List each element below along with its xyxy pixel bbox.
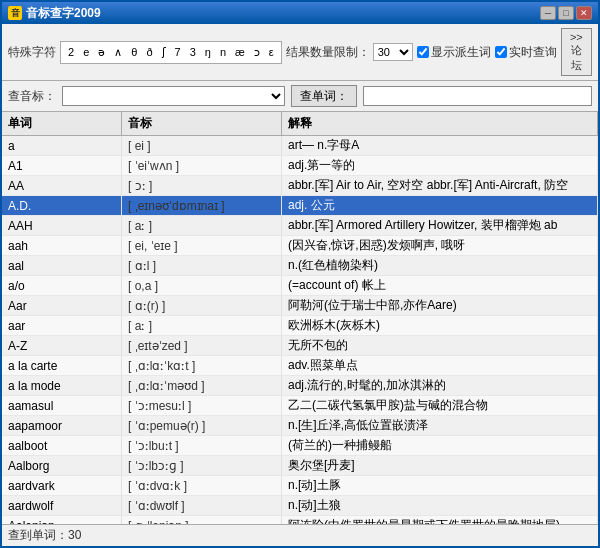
table-row[interactable]: Aalborg[ ˈɔːlbɔːɡ ]奥尔堡[丹麦]	[2, 456, 598, 476]
status-bar: 查到单词：30	[2, 524, 598, 546]
phonetic-cell: [ ˈɔːlbuːt ]	[122, 436, 282, 455]
table-row[interactable]: aah[ ei, ˈeɪe ](因兴奋,惊讶,困惑)发烦啊声, 哦呀	[2, 236, 598, 256]
definition-cell: 欧洲栎木(灰栎木)	[282, 316, 598, 335]
table-row[interactable]: Aalenian[ ɑːˈleniən ]阿连阶(中侏罗世的最早期或下侏罗世的最…	[2, 516, 598, 524]
word-cell: AA	[2, 176, 122, 195]
lookup-phonetic-select[interactable]	[62, 86, 285, 106]
phonetic-char-eth[interactable]: ð	[142, 44, 156, 60]
phonetic-cell: [ ɑː(r) ]	[122, 296, 282, 315]
forum-button[interactable]: >>论坛	[561, 28, 592, 76]
phonetic-cell: [ ɑːl ]	[122, 256, 282, 275]
realtime-search-section: 实时查询	[495, 44, 557, 61]
phonetic-char-ae[interactable]: æ	[231, 44, 249, 60]
table-row[interactable]: AA[ ɔː ]abbr.[军] Air to Air, 空对空 abbr.[军…	[2, 176, 598, 196]
phonetic-cell: [ ɑːˈleniən ]	[122, 516, 282, 524]
result-limit-select[interactable]: 30 50 100	[373, 43, 413, 61]
definition-cell: (因兴奋,惊讶,困惑)发烦啊声, 哦呀	[282, 236, 598, 255]
table-row[interactable]: aardwolf[ ˈɑːdwʊlf ]n.[动]土狼	[2, 496, 598, 516]
word-cell: A-Z	[2, 336, 122, 355]
word-cell: aah	[2, 236, 122, 255]
definition-cell: n.[动]土豚	[282, 476, 598, 495]
phonetic-char-esh[interactable]: ʃ	[158, 44, 170, 61]
definition-cell: adv.照菜单点	[282, 356, 598, 375]
word-cell: Aar	[2, 296, 122, 315]
definition-cell: 无所不包的	[282, 336, 598, 355]
definition-cell: n.[动]土狼	[282, 496, 598, 515]
phonetic-char-n[interactable]: n	[216, 44, 230, 60]
phonetic-char-schwa[interactable]: ə	[94, 44, 109, 61]
phonetic-char-epsilon[interactable]: ε	[265, 44, 278, 60]
phonetic-cell: [ ˌɑːlɑːˈkɑːt ]	[122, 356, 282, 375]
table-row[interactable]: Aar[ ɑː(r) ]阿勒河(位于瑞士中部,亦作Aare)	[2, 296, 598, 316]
definition-cell: 奥尔堡[丹麦]	[282, 456, 598, 475]
definition-cell: adj. 公元	[282, 196, 598, 215]
phonetic-chars-panel: 2 e ə ∧ θ ð ʃ 7 3 ŋ n æ ɔ ε	[60, 41, 282, 64]
phonetic-cell: [ aː ]	[122, 316, 282, 335]
table-row[interactable]: A-Z[ ˌeɪtəˈzed ]无所不包的	[2, 336, 598, 356]
phonetic-cell: [ ɔː ]	[122, 176, 282, 195]
main-window: 音 音标查字2009 ─ □ ✕ 特殊字符 2 e ə ∧ θ ð ʃ 7 3 …	[0, 0, 600, 548]
phonetic-cell: [ ˌeɪnəʊˈdɒmɪnaɪ ]	[122, 196, 282, 215]
definition-cell: abbr.[军] Armored Artillery Howitzer, 装甲榴…	[282, 216, 598, 235]
realtime-search-checkbox[interactable]	[495, 46, 507, 58]
header-definition: 解释	[282, 112, 598, 135]
table-row[interactable]: a la mode[ ˌɑːlɑːˈməʊd ]adj.流行的,时髦的,加冰淇淋…	[2, 376, 598, 396]
status-text: 查到单词：30	[8, 528, 81, 542]
show-variants-label: 显示派生词	[431, 44, 491, 61]
title-bar-left: 音 音标查字2009	[8, 5, 101, 22]
definition-cell: adj.流行的,时髦的,加冰淇淋的	[282, 376, 598, 395]
table-row[interactable]: AAH[ aː ]abbr.[军] Armored Artillery Howi…	[2, 216, 598, 236]
definition-cell: adj.第一等的	[282, 156, 598, 175]
close-button[interactable]: ✕	[576, 6, 592, 20]
phonetic-cell: [ aː ]	[122, 216, 282, 235]
phonetic-char-theta[interactable]: θ	[127, 44, 141, 60]
phonetic-char-e[interactable]: e	[79, 44, 93, 60]
table-row[interactable]: A.D.[ ˌeɪnəʊˈdɒmɪnaɪ ]adj. 公元	[2, 196, 598, 216]
header-word: 单词	[2, 112, 122, 135]
table-row[interactable]: a[ ei ]art— n.字母A	[2, 136, 598, 156]
realtime-search-label: 实时查询	[509, 44, 557, 61]
table-row[interactable]: aardvark[ ˈɑːdvɑːk ]n.[动]土豚	[2, 476, 598, 496]
table-row[interactable]: a la carte[ ˌɑːlɑːˈkɑːt ]adv.照菜单点	[2, 356, 598, 376]
show-variants-checkbox[interactable]	[417, 46, 429, 58]
result-limit-section: 结果数量限制： 30 50 100	[286, 43, 413, 61]
header-phonetic: 音标	[122, 112, 282, 135]
table-row[interactable]: a/o[ o,a ](=account of) 帐上	[2, 276, 598, 296]
window-title: 音标查字2009	[26, 5, 101, 22]
table-row[interactable]: aar[ aː ]欧洲栎木(灰栎木)	[2, 316, 598, 336]
word-cell: a la mode	[2, 376, 122, 395]
special-chars-label: 特殊字符	[8, 44, 56, 61]
word-cell: a la carte	[2, 356, 122, 375]
table-row[interactable]: aapamoor[ ˈɑːpemuə(r) ]n.[生]丘泽,高低位置嵌渍泽	[2, 416, 598, 436]
phonetic-char-open-o[interactable]: ɔ	[250, 44, 264, 61]
table-row[interactable]: aamasul[ ˈɔːmesuːl ]乙二(二碳代氢氯甲胺)盐与碱的混合物	[2, 396, 598, 416]
definition-cell: n.[生]丘泽,高低位置嵌渍泽	[282, 416, 598, 435]
phonetic-cell: [ ˈɑːdwʊlf ]	[122, 496, 282, 515]
table-row[interactable]: aalboot[ ˈɔːlbuːt ](荷兰的)一种捕鳗船	[2, 436, 598, 456]
phonetic-char-2[interactable]: 2	[64, 44, 78, 60]
maximize-button[interactable]: □	[558, 6, 574, 20]
lookup-word-button[interactable]: 查单词：	[291, 85, 357, 107]
phonetic-char-eng[interactable]: ŋ	[201, 44, 215, 60]
phonetic-char-wedge[interactable]: ∧	[110, 44, 126, 61]
word-cell: AAH	[2, 216, 122, 235]
word-cell: a/o	[2, 276, 122, 295]
phonetic-char-7[interactable]: 7	[171, 44, 185, 60]
phonetic-char-3[interactable]: 3	[186, 44, 200, 60]
table-row[interactable]: A1[ ˈeiˈwʌn ]adj.第一等的	[2, 156, 598, 176]
search-bar: 查音标： 查单词：	[2, 81, 598, 112]
table-body[interactable]: a[ ei ]art— n.字母AA1[ ˈeiˈwʌn ]adj.第一等的AA…	[2, 136, 598, 524]
table-row[interactable]: aal[ ɑːl ]n.(红色植物染料)	[2, 256, 598, 276]
word-cell: aal	[2, 256, 122, 275]
definition-cell: art— n.字母A	[282, 136, 598, 155]
word-cell: aardwolf	[2, 496, 122, 515]
lookup-word-input[interactable]	[363, 86, 592, 106]
definition-cell: 阿勒河(位于瑞士中部,亦作Aare)	[282, 296, 598, 315]
word-cell: aalboot	[2, 436, 122, 455]
phonetic-cell: [ ei ]	[122, 136, 282, 155]
word-cell: aar	[2, 316, 122, 335]
definition-cell: 乙二(二碳代氢氯甲胺)盐与碱的混合物	[282, 396, 598, 415]
minimize-button[interactable]: ─	[540, 6, 556, 20]
phonetic-cell: [ o,a ]	[122, 276, 282, 295]
phonetic-cell: [ ˈɑːpemuə(r) ]	[122, 416, 282, 435]
